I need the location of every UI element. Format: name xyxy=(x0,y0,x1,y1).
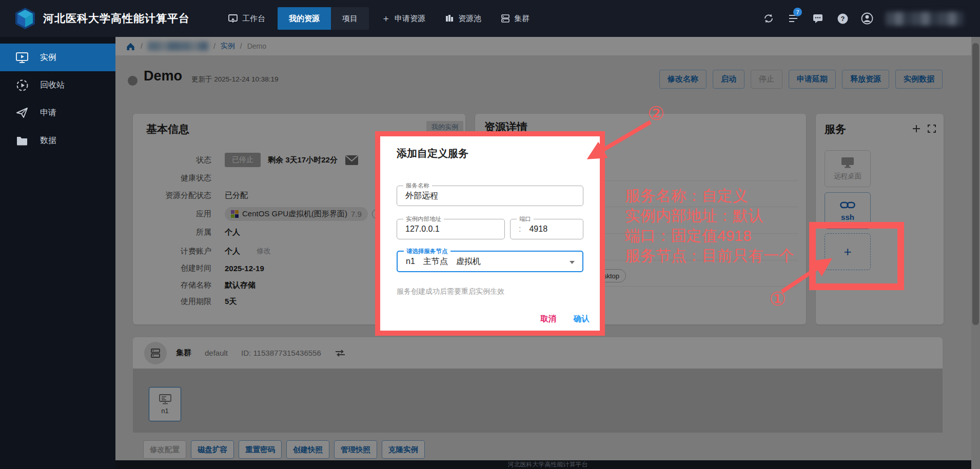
recycle-icon xyxy=(15,78,29,92)
port-prefix: : xyxy=(519,225,521,234)
task-list-icon[interactable]: 7 xyxy=(787,12,799,25)
modal-note: 服务创建成功后需要重启实例生效 xyxy=(397,287,504,296)
instance-icon xyxy=(15,51,29,64)
help-icon[interactable]: ? xyxy=(836,12,849,25)
sidebar-recycle-label: 回收站 xyxy=(40,80,65,91)
nav-pool-label: 资源池 xyxy=(458,14,481,24)
nav-apply-label: 申请资源 xyxy=(395,14,425,24)
annotation-highlight-rect xyxy=(809,222,904,290)
workbench-icon xyxy=(228,13,238,24)
sidebar: 实例 回收站 申请 数据 xyxy=(0,37,115,469)
modal-actions: 取消 确认 xyxy=(540,314,590,324)
platform-title: 河北医科大学高性能计算平台 xyxy=(43,0,190,37)
sidebar-instance-label: 实例 xyxy=(40,52,56,63)
service-name-value: 外部远程 xyxy=(405,186,438,206)
nav-workbench[interactable]: 工作台 xyxy=(221,7,272,30)
nav-menu: 工作台 我的资源 项目 ＋ 申请资源 资源池 集群 xyxy=(221,0,537,37)
resource-pool-icon xyxy=(445,14,454,23)
nav-my-resources[interactable]: 我的资源 xyxy=(278,7,331,30)
nav-apply-resources[interactable]: ＋ 申请资源 xyxy=(374,7,433,30)
notification-badge: 7 xyxy=(793,8,802,16)
nav-workbench-label: 工作台 xyxy=(242,14,265,24)
sidebar-item-apply[interactable]: 申请 xyxy=(0,99,115,127)
cancel-button[interactable]: 取消 xyxy=(540,314,556,324)
nav-projects[interactable]: 项目 xyxy=(331,7,369,30)
chevron-down-icon xyxy=(570,261,575,264)
platform-logo-icon xyxy=(13,7,37,30)
sidebar-data-label: 数据 xyxy=(40,135,56,146)
sidebar-item-recycle[interactable]: 回收站 xyxy=(0,71,115,99)
app-root: 河北医科大学高性能计算平台 工作台 我的资源 项目 ＋ 申请资源 资源池 集群 xyxy=(0,0,980,469)
service-node-value: n1 主节点 虚拟机 xyxy=(406,252,481,271)
refresh-icon[interactable] xyxy=(762,12,775,25)
service-node-select[interactable]: 请选择服务节点 n1 主节点 虚拟机 xyxy=(397,251,583,272)
confirm-button[interactable]: 确认 xyxy=(574,314,590,324)
sidebar-apply-label: 申请 xyxy=(40,108,56,118)
port-field[interactable]: 端口 :4918 xyxy=(510,219,583,239)
sidebar-item-data[interactable]: 数据 xyxy=(0,127,115,154)
nav-cluster[interactable]: 集群 xyxy=(494,7,537,30)
cluster-icon xyxy=(501,14,510,23)
modal-title: 添加自定义服务 xyxy=(397,147,468,160)
paper-plane-icon xyxy=(15,106,29,119)
internal-address-field[interactable]: 实例内部地址 127.0.0.1 xyxy=(397,219,505,239)
nav-tab-group: 我的资源 项目 xyxy=(278,7,369,30)
service-name-field[interactable]: 服务名称 外部远程 xyxy=(397,186,583,206)
folder-icon xyxy=(15,134,29,147)
message-icon[interactable] xyxy=(812,12,824,25)
plus-icon: ＋ xyxy=(381,12,390,25)
username-blurred[interactable] xyxy=(886,12,964,26)
nav-right-icons: 7 ? xyxy=(762,0,964,37)
top-navbar: 河北医科大学高性能计算平台 工作台 我的资源 项目 ＋ 申请资源 资源池 集群 xyxy=(0,0,980,37)
add-service-modal: 添加自定义服务 服务名称 外部远程 实例内部地址 127.0.0.1 端口 :4… xyxy=(375,131,605,336)
sidebar-item-instance[interactable]: 实例 xyxy=(0,44,115,71)
port-value: 4918 xyxy=(529,225,547,234)
nav-resource-pool[interactable]: 资源池 xyxy=(438,7,488,30)
svg-text:?: ? xyxy=(840,15,845,23)
nav-cluster-label: 集群 xyxy=(514,14,530,24)
internal-address-value: 127.0.0.1 xyxy=(405,219,440,239)
avatar-icon[interactable] xyxy=(861,12,873,25)
